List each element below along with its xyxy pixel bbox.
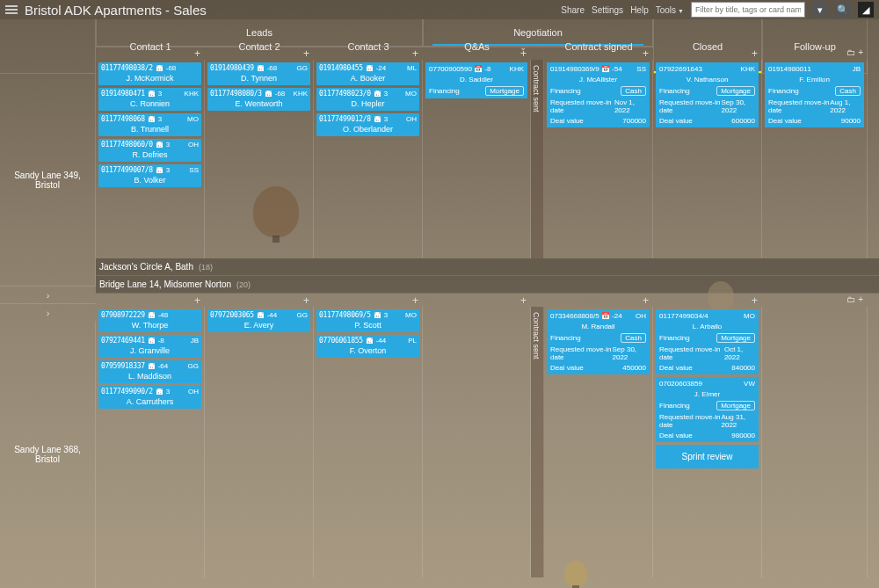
- lead-card[interactable]: 01177498023/03MO D. Hepler: [316, 88, 419, 111]
- help-link[interactable]: Help: [630, 5, 649, 15]
- column-cell[interactable]: + 01177499034/4 MO L. ArballoFinancingMo…: [653, 307, 762, 577]
- profile-button[interactable]: ◢: [858, 2, 874, 18]
- lead-card[interactable]: 01177499090/23OH A. Carruthers: [98, 386, 201, 409]
- column-cell[interactable]: + 07700900590 📅 -8KHK D. SaddlerFinancin…: [423, 60, 531, 258]
- expand-icon[interactable]: ›: [47, 308, 50, 318]
- add-card-icon[interactable]: +: [752, 47, 758, 60]
- col-contact3: Contact 3: [314, 47, 423, 47]
- filter-button[interactable]: ▾: [812, 2, 828, 18]
- add-card-icon[interactable]: +: [520, 47, 527, 60]
- column-contract-sent[interactable]: Contract sent: [531, 60, 544, 258]
- add-card-icon[interactable]: +: [303, 294, 309, 307]
- add-card-icon[interactable]: +: [752, 294, 758, 307]
- add-card-icon[interactable]: +: [412, 294, 418, 307]
- expand-icon[interactable]: ›: [47, 290, 50, 301]
- tools-link[interactable]: Tools▼: [656, 5, 684, 15]
- lead-card[interactable]: 07972003065-44GG E. Avery: [207, 309, 310, 332]
- swimlane-label: Sandy Lane 349, Bristol: [0, 74, 96, 286]
- swimlane-label: Sandy Lane 368, Bristol: [0, 321, 96, 588]
- lead-card[interactable]: 01914980439-68GG D. Tynnen: [207, 62, 310, 85]
- topbar-right: Share Settings Help Tools▼ ▾ 🔍 ◢: [561, 2, 874, 18]
- swimlane-jackson[interactable]: Jackson's Circle A, Bath(18): [96, 258, 879, 276]
- search-input[interactable]: [691, 2, 805, 18]
- add-card-icon[interactable]: +: [412, 47, 418, 60]
- column-cell[interactable]: + 01914980439-68GG D. Tynnen 01177498080…: [205, 60, 314, 258]
- column-cell[interactable]: + 07922691643 KHK V. NathansonFinancingM…: [653, 60, 762, 258]
- folder-icon[interactable]: 🗀 +: [846, 294, 863, 304]
- lead-card[interactable]: 07927469441-8JB J. Granville: [98, 335, 201, 358]
- lead-card[interactable]: 01914980455-24ML A. Booker: [316, 62, 419, 85]
- column-cell[interactable]: 🗀 + 01914980011 JB F. EmilionFinancingCa…: [762, 60, 868, 258]
- col-qas: Q&As⌄: [423, 47, 531, 47]
- search-button[interactable]: 🔍: [835, 2, 851, 18]
- swimlane-gutter: Sandy Lane 349, Bristol››Sandy Lane 368,…: [0, 19, 96, 588]
- lead-card[interactable]: 07706061855-44PL F. Overton: [316, 335, 419, 358]
- lead-card[interactable]: 07959918337-64GG L. Maddison: [98, 360, 201, 383]
- column-cell[interactable]: + 01914980369/9 📅 -54SS J. McAllisterFin…: [544, 60, 653, 258]
- column-cell[interactable]: + 01177498069/53MO P. Scott 07706061855-…: [314, 307, 423, 577]
- add-card-icon[interactable]: +: [520, 294, 527, 307]
- add-card-icon[interactable]: +: [643, 294, 649, 307]
- deal-card[interactable]: 07922691643 KHK V. NathansonFinancingMor…: [656, 62, 759, 127]
- deal-card[interactable]: 07020603859 VW J. ElmerFinancingMortgage…: [656, 377, 759, 442]
- add-card-icon[interactable]: +: [643, 47, 649, 60]
- add-card-icon[interactable]: +: [303, 47, 309, 60]
- col-contact2: Contact 2: [205, 47, 314, 47]
- add-card-icon[interactable]: +: [194, 47, 200, 60]
- share-link[interactable]: Share: [561, 5, 585, 15]
- board: Sandy Lane 349, Bristol››Sandy Lane 368,…: [0, 19, 879, 588]
- sprint-review-card[interactable]: Sprint review: [656, 445, 759, 468]
- lead-card[interactable]: 01177498080/3-68KHK E. Wentworth: [207, 88, 310, 111]
- column-cell[interactable]: 🗀 +: [762, 307, 868, 577]
- deal-card[interactable]: 07334668808/5 📅 -24OH M. RandallFinancin…: [547, 309, 650, 374]
- lead-card[interactable]: 019149804713KHK C. Ronnien: [98, 88, 201, 111]
- col-contract-sent-collapsed[interactable]: [531, 47, 544, 47]
- lead-card[interactable]: 01177499012/83OH O. Oberlander: [316, 113, 419, 136]
- lead-card[interactable]: 011774980683MO B. Trunnell: [98, 113, 201, 136]
- lead-card[interactable]: 01177498060/03OH R. Defries: [98, 139, 201, 162]
- page-title: Bristol ADK Apartments - Sales: [25, 3, 207, 18]
- lead-card[interactable]: 01177498069/53MO P. Scott: [316, 309, 419, 332]
- column-cell[interactable]: + 01177498038/2-68 J. McKormick 01914980…: [96, 60, 205, 258]
- deal-card[interactable]: 07700900590 📅 -8KHK D. SaddlerFinancingM…: [425, 62, 527, 98]
- settings-link[interactable]: Settings: [592, 5, 623, 15]
- col-contact1: Contact 1: [96, 47, 205, 47]
- column-cell[interactable]: + 07972003065-44GG E. Avery: [205, 307, 314, 577]
- deal-card[interactable]: 01914980369/9 📅 -54SS J. McAllisterFinan…: [547, 62, 650, 127]
- deal-card[interactable]: 01177499034/4 MO L. ArballoFinancingMort…: [656, 309, 759, 374]
- swimlane-bridge[interactable]: Bridge Lane 14, Midsomer Norton(20): [96, 276, 879, 294]
- add-card-icon[interactable]: +: [194, 294, 200, 307]
- column-cell[interactable]: +: [423, 307, 531, 577]
- lead-card[interactable]: 01177498038/2-68 J. McKormick: [98, 62, 201, 85]
- folder-icon[interactable]: 🗀 +: [846, 47, 863, 57]
- column-cell[interactable]: + 01914980455-24ML A. Booker 01177498023…: [314, 60, 423, 258]
- menu-icon[interactable]: [5, 5, 18, 14]
- lead-card[interactable]: 01177499007/83SS B. Volker: [98, 164, 201, 187]
- topbar: Bristol ADK Apartments - Sales Share Set…: [0, 0, 879, 19]
- swimlane-sl349: + 01177498038/2-68 J. McKormick 01914980…: [96, 60, 879, 258]
- deal-card[interactable]: 01914980011 JB F. EmilionFinancingCashRe…: [765, 62, 864, 127]
- column-cell[interactable]: + 07334668808/5 📅 -24OH M. RandallFinanc…: [544, 307, 653, 577]
- column-contract-sent[interactable]: Contract sent: [531, 307, 544, 577]
- column-cell[interactable]: + 07908972229-48 W. Thorpe 07927469441-8…: [96, 307, 205, 577]
- swimlane-sl368: + 07908972229-48 W. Thorpe 07927469441-8…: [96, 307, 879, 577]
- lead-card[interactable]: 07908972229-48 W. Thorpe: [98, 309, 201, 332]
- col-contract-signed: Contract signed: [544, 47, 653, 47]
